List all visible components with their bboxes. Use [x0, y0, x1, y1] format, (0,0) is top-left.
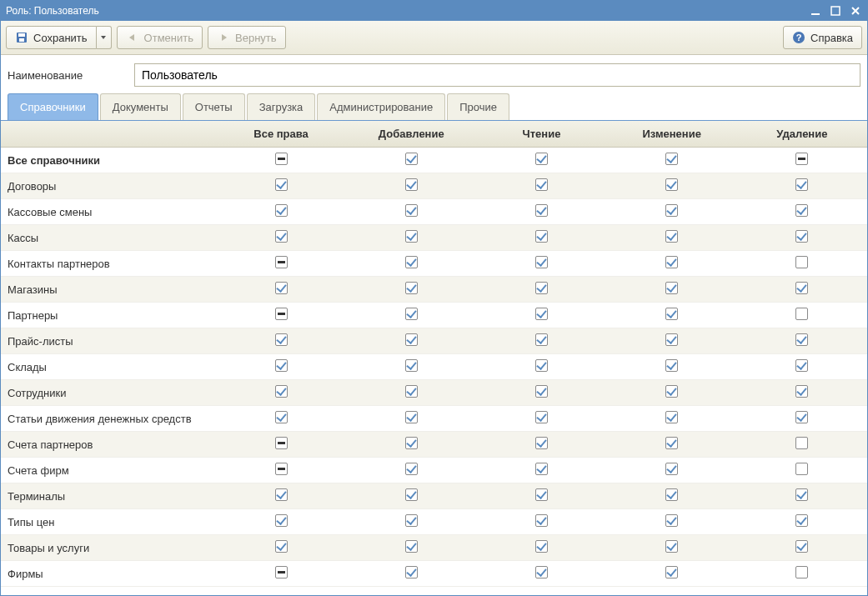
permission-checkbox[interactable]	[795, 463, 808, 475]
permission-checkbox[interactable]	[665, 437, 678, 449]
permission-checkbox[interactable]	[795, 385, 808, 398]
permission-checkbox[interactable]	[275, 411, 288, 423]
permission-checkbox[interactable]	[275, 488, 288, 501]
permission-checkbox[interactable]	[665, 308, 678, 320]
permission-checkbox[interactable]	[405, 282, 418, 294]
permission-checkbox[interactable]	[535, 437, 548, 449]
permission-checkbox[interactable]	[275, 437, 288, 449]
permission-checkbox[interactable]	[535, 230, 548, 243]
permission-checkbox[interactable]	[275, 204, 288, 217]
permission-checkbox[interactable]	[405, 178, 418, 191]
permission-checkbox[interactable]	[275, 385, 288, 398]
permission-checkbox[interactable]	[405, 230, 418, 243]
permission-checkbox[interactable]	[535, 566, 548, 578]
permission-checkbox[interactable]	[795, 566, 808, 578]
permission-checkbox[interactable]	[405, 333, 418, 346]
tab-0[interactable]: Справочники	[8, 93, 98, 120]
permission-checkbox[interactable]	[795, 204, 808, 217]
undo-button[interactable]: Отменить	[117, 26, 203, 49]
permission-checkbox[interactable]	[535, 204, 548, 217]
permission-checkbox[interactable]	[795, 178, 808, 191]
permission-checkbox[interactable]	[795, 282, 808, 294]
permission-checkbox[interactable]	[795, 230, 808, 243]
permission-checkbox[interactable]	[535, 256, 548, 268]
permission-checkbox[interactable]	[535, 540, 548, 553]
permission-checkbox[interactable]	[405, 437, 418, 449]
permission-checkbox[interactable]	[795, 437, 808, 449]
permission-checkbox[interactable]	[535, 153, 548, 165]
permission-checkbox[interactable]	[665, 540, 678, 553]
permission-checkbox[interactable]	[405, 359, 418, 372]
minimize-button[interactable]	[809, 4, 822, 18]
permission-checkbox[interactable]	[795, 333, 808, 346]
permission-checkbox[interactable]	[405, 308, 418, 320]
permission-checkbox[interactable]	[795, 540, 808, 553]
permission-checkbox[interactable]	[405, 488, 418, 501]
permission-checkbox[interactable]	[795, 308, 808, 320]
permission-checkbox[interactable]	[665, 359, 678, 372]
permission-checkbox[interactable]	[795, 359, 808, 372]
permission-checkbox[interactable]	[275, 463, 288, 475]
permission-checkbox[interactable]	[405, 411, 418, 423]
permission-checkbox[interactable]	[405, 204, 418, 217]
tab-3[interactable]: Загрузка	[247, 93, 316, 120]
permission-checkbox[interactable]	[795, 488, 808, 501]
permission-checkbox[interactable]	[535, 359, 548, 372]
permission-checkbox[interactable]	[535, 385, 548, 398]
permission-checkbox[interactable]	[535, 514, 548, 527]
close-button[interactable]	[849, 4, 862, 18]
redo-button[interactable]: Вернуть	[208, 26, 286, 49]
permission-checkbox[interactable]	[275, 514, 288, 527]
name-field[interactable]	[134, 63, 860, 87]
permission-checkbox[interactable]	[275, 256, 288, 268]
permission-checkbox[interactable]	[665, 463, 678, 475]
permission-checkbox[interactable]	[665, 333, 678, 346]
permission-checkbox[interactable]	[535, 488, 548, 501]
permission-checkbox[interactable]	[665, 566, 678, 578]
save-button[interactable]: Сохранить	[6, 26, 97, 49]
permission-checkbox[interactable]	[405, 153, 418, 165]
permission-checkbox[interactable]	[405, 385, 418, 398]
permission-checkbox[interactable]	[535, 333, 548, 346]
permission-checkbox[interactable]	[665, 385, 678, 398]
permission-checkbox[interactable]	[405, 256, 418, 268]
permission-checkbox[interactable]	[795, 256, 808, 268]
permission-checkbox[interactable]	[275, 308, 288, 320]
tab-5[interactable]: Прочие	[447, 93, 509, 120]
tab-4[interactable]: Администрирование	[317, 93, 445, 120]
save-dropdown-button[interactable]	[97, 26, 112, 49]
permission-checkbox[interactable]	[665, 514, 678, 527]
maximize-button[interactable]	[829, 4, 842, 18]
permission-checkbox[interactable]	[665, 178, 678, 191]
permission-checkbox[interactable]	[275, 359, 288, 372]
permission-checkbox[interactable]	[405, 566, 418, 578]
permission-checkbox[interactable]	[535, 463, 548, 475]
permission-checkbox[interactable]	[405, 514, 418, 527]
permission-checkbox[interactable]	[275, 540, 288, 553]
permission-checkbox[interactable]	[275, 153, 288, 165]
permission-checkbox[interactable]	[665, 488, 678, 501]
permission-checkbox[interactable]	[665, 153, 678, 165]
permission-checkbox[interactable]	[795, 411, 808, 423]
permission-checkbox[interactable]	[275, 230, 288, 243]
permission-checkbox[interactable]	[535, 411, 548, 423]
permission-checkbox[interactable]	[535, 178, 548, 191]
permission-checkbox[interactable]	[665, 256, 678, 268]
tab-1[interactable]: Документы	[100, 93, 181, 120]
tab-2[interactable]: Отчеты	[183, 93, 245, 120]
permission-checkbox[interactable]	[795, 514, 808, 527]
permission-checkbox[interactable]	[275, 333, 288, 346]
help-button[interactable]: ? Справка	[783, 26, 862, 49]
permission-checkbox[interactable]	[535, 282, 548, 294]
permission-checkbox[interactable]	[275, 282, 288, 294]
permission-checkbox[interactable]	[405, 463, 418, 475]
permission-checkbox[interactable]	[665, 411, 678, 423]
permission-checkbox[interactable]	[275, 178, 288, 191]
permission-checkbox[interactable]	[665, 204, 678, 217]
permission-checkbox[interactable]	[535, 308, 548, 320]
permission-checkbox[interactable]	[665, 230, 678, 243]
permission-checkbox[interactable]	[665, 282, 678, 294]
permission-checkbox[interactable]	[405, 540, 418, 553]
permission-checkbox[interactable]	[795, 153, 808, 165]
permission-checkbox[interactable]	[275, 566, 288, 578]
